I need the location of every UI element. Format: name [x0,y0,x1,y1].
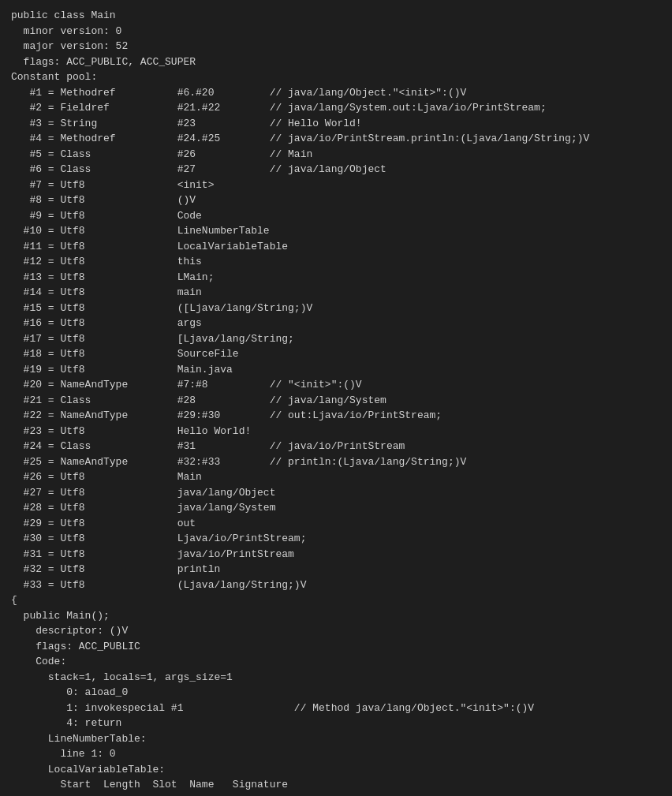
code-line: public class Main [11,8,661,24]
code-line: #22 = NameAndType #29:#30 // out:Ljava/i… [11,408,661,424]
code-line: 1: invokespecial #1 // Method java/lang/… [11,701,661,716]
code-line: #23 = Utf8 Hello World! [11,424,661,439]
code-line: #21 = Class #28 // java/lang/System [11,393,661,409]
code-line: 0 5 0 this LMain; [11,793,661,797]
code-line: #26 = Utf8 Main [11,469,661,485]
code-line: #24 = Class #31 // java/io/PrintStream [11,439,661,454]
code-line: #18 = Utf8 SourceFile [11,346,661,362]
code-line: flags: ACC_PUBLIC, ACC_SUPER [11,54,661,70]
code-line: stack=1, locals=1, args_size=1 [11,670,661,686]
code-line: #33 = Utf8 (Ljava/lang/String;)V [11,577,661,593]
code-line: major version: 52 [11,39,661,54]
code-line: #32 = Utf8 println [11,562,661,577]
code-line: #13 = Utf8 LMain; [11,270,661,286]
code-line: #15 = Utf8 ([Ljava/lang/String;)V [11,301,661,316]
code-line: 0: aload_0 [11,685,661,701]
code-line: #17 = Utf8 [Ljava/lang/String; [11,331,661,347]
code-line: public Main(); [11,608,661,624]
code-line: #20 = NameAndType #7:#8 // "<init>":()V [11,377,661,393]
code-line: #10 = Utf8 LineNumberTable [11,223,661,239]
code-line: #5 = Class #26 // Main [11,147,661,163]
code-line: #19 = Utf8 Main.java [11,362,661,378]
code-line: #16 = Utf8 args [11,316,661,331]
code-line: #3 = String #23 // Hello World! [11,116,661,132]
code-line: Constant pool: [11,69,661,85]
code-line: Start Length Slot Name Signature [11,777,661,793]
code-line: #25 = NameAndType #32:#33 // println:(Lj… [11,454,661,470]
code-line: { [11,592,661,608]
code-line: LineNumberTable: [11,731,661,747]
code-line: descriptor: ()V [11,623,661,639]
code-line: #14 = Utf8 main [11,285,661,301]
code-line: #7 = Utf8 <init> [11,178,661,193]
code-line: #27 = Utf8 java/lang/Object [11,485,661,501]
code-line: #1 = Methodref #6.#20 // java/lang/Objec… [11,85,661,101]
code-line: #11 = Utf8 LocalVariableTable [11,239,661,255]
code-line: Code: [11,654,661,670]
code-line: 4: return [11,716,661,731]
code-line: #30 = Utf8 Ljava/io/PrintStream; [11,531,661,547]
code-line: #6 = Class #27 // java/lang/Object [11,162,661,178]
code-line: minor version: 0 [11,24,661,39]
code-line: #9 = Utf8 Code [11,208,661,224]
code-line: #4 = Methodref #24.#25 // java/io/PrintS… [11,131,661,147]
code-line: #12 = Utf8 this [11,254,661,270]
code-line: LocalVariableTable: [11,762,661,778]
code-line: #31 = Utf8 java/io/PrintStream [11,547,661,562]
code-line: #29 = Utf8 out [11,516,661,532]
code-line: #8 = Utf8 ()V [11,192,661,208]
code-line: line 1: 0 [11,746,661,762]
code-display: public class Main minor version: 0 major… [11,8,661,796]
code-line: #28 = Utf8 java/lang/System [11,500,661,516]
code-line: #2 = Fieldref #21.#22 // java/lang/Syste… [11,100,661,116]
code-line: flags: ACC_PUBLIC [11,639,661,655]
